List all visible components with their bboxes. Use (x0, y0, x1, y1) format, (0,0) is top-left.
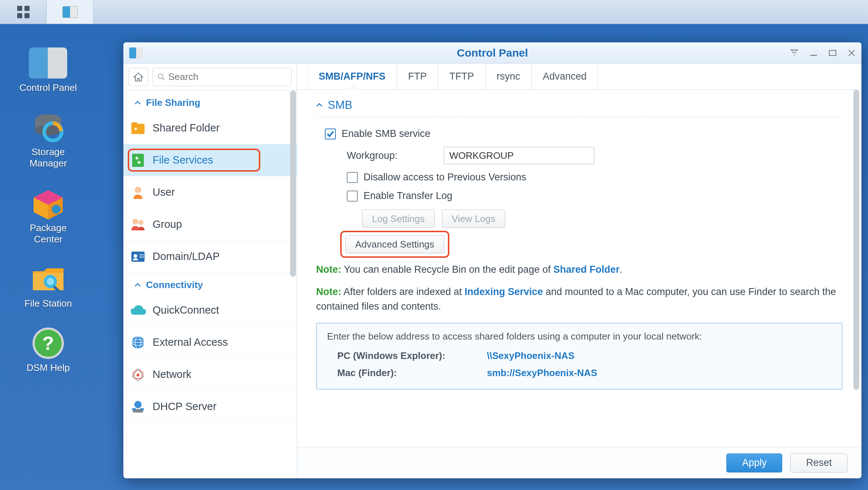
workgroup-row: Workgroup: (316, 143, 842, 168)
sidebar-file-services[interactable]: File Services (123, 144, 297, 176)
reset-button[interactable]: Reset (790, 453, 848, 472)
content-area: SMB/AFP/NFS FTP TFTP rsync Advanced SMB … (297, 64, 861, 478)
control-panel-window: Control Panel File Shari (123, 42, 861, 478)
svg-point-22 (138, 220, 143, 225)
note-label: Note: (316, 264, 341, 275)
tab-rsync[interactable]: rsync (485, 64, 532, 89)
section-title: SMB (328, 99, 352, 112)
smb-section-header[interactable]: SMB (316, 99, 842, 117)
sidebar-scrollbar[interactable] (290, 91, 296, 277)
svg-point-4 (52, 205, 61, 214)
tab-label: FTP (408, 71, 427, 82)
enable-smb-checkbox[interactable] (325, 129, 336, 139)
note-text: After folders are indexed at (341, 286, 465, 297)
svg-point-15 (158, 74, 163, 79)
tab-advanced[interactable]: Advanced (531, 64, 598, 89)
window-controls (790, 49, 856, 57)
globe-icon (130, 334, 146, 351)
address-row-mac: Mac (Finder): smb://SexyPhoenix-NAS (327, 364, 831, 382)
sidebar-item-label: Network (153, 368, 191, 380)
sidebar-domain-ldap[interactable]: Domain/LDAP (123, 241, 297, 273)
sidebar-quickconnect[interactable]: QuickConnect (123, 294, 297, 326)
svg-rect-18 (131, 122, 137, 125)
sidebar-group[interactable]: Group (123, 208, 297, 241)
note-recycle-bin: Note: You can enable Recycle Bin on the … (316, 259, 842, 281)
taskbar-control-panel[interactable] (47, 0, 93, 24)
maximize-button[interactable] (829, 49, 837, 57)
content-scrollbar[interactable] (853, 90, 859, 390)
network-icon (130, 367, 146, 383)
sidebar-network[interactable]: Network (123, 359, 297, 391)
svg-point-12 (794, 54, 795, 55)
sidebar-external-access[interactable]: External Access (123, 326, 297, 359)
dhcp-icon (130, 399, 146, 415)
control-panel-icon (62, 6, 78, 18)
apply-button[interactable]: Apply (726, 453, 783, 472)
desktop-package-center[interactable]: Package Center (29, 188, 68, 245)
window-titlebar[interactable]: Control Panel (123, 42, 861, 64)
desktop-icon-label: DSM Help (27, 362, 70, 374)
folder-share-icon (130, 120, 146, 136)
tabs: SMB/AFP/NFS FTP TFTP rsync Advanced (297, 64, 861, 90)
svg-rect-34 (132, 408, 136, 410)
sidebar-user[interactable]: User (123, 176, 297, 208)
sidebar-item-label: DHCP Server (153, 401, 216, 413)
desktop-icon-label: Package Center (30, 222, 66, 245)
enable-transfer-log-checkbox[interactable] (347, 191, 358, 202)
chevron-up-icon (134, 101, 141, 105)
sidebar: File Sharing Shared Folder File Services… (123, 64, 297, 478)
disallow-label: Disallow access to Previous Versions (364, 172, 526, 183)
group-icon (130, 217, 146, 233)
tab-ftp[interactable]: FTP (397, 64, 438, 89)
tab-tftp[interactable]: TFTP (438, 64, 485, 89)
note-tail: . (619, 264, 622, 275)
enable-smb-label: Enable SMB service (342, 128, 430, 139)
sidebar-item-label: Shared Folder (153, 122, 220, 134)
note-indexing: Note: After folders are indexed at Index… (316, 281, 842, 318)
log-settings-button[interactable]: Log Settings (362, 210, 435, 228)
sidebar-item-label: External Access (153, 336, 228, 348)
tab-smb-afp-nfs[interactable]: SMB/AFP/NFS (307, 64, 397, 89)
sidebar-section-connectivity[interactable]: Connectivity (123, 273, 297, 294)
desktop-control-panel[interactable]: Control Panel (19, 47, 77, 93)
svg-rect-13 (810, 55, 817, 56)
search-input[interactable] (168, 71, 287, 83)
workgroup-input[interactable] (444, 147, 594, 164)
svg-rect-25 (139, 254, 144, 255)
tab-label: SMB/AFP/NFS (319, 71, 385, 82)
desktop-storage-manager[interactable]: Storage Manager (29, 112, 68, 169)
address-pc-label: PC (Windows Explorer): (337, 350, 487, 361)
transfer-log-label: Enable Transfer Log (364, 190, 452, 202)
tab-label: Advanced (543, 71, 587, 82)
file-station-icon (29, 263, 67, 294)
help-button[interactable] (790, 49, 799, 57)
svg-point-24 (134, 254, 137, 258)
sidebar-shared-folder[interactable]: Shared Folder (123, 112, 297, 144)
disallow-previous-versions-checkbox[interactable] (347, 172, 358, 183)
sidebar-dhcp-server[interactable]: DHCP Server (123, 391, 297, 423)
tab-label: TFTP (449, 71, 474, 82)
desktop-icons: Control Panel Storage Manager Package Ce… (12, 47, 85, 374)
storage-manager-icon (29, 112, 68, 143)
tab-label: rsync (497, 71, 521, 82)
advanced-settings-button[interactable]: Advanced Settings (345, 235, 444, 253)
close-button[interactable] (848, 49, 856, 57)
shared-folder-link[interactable]: Shared Folder (553, 264, 620, 275)
taskbar-launcher[interactable] (0, 0, 47, 24)
sidebar-section-file-sharing[interactable]: File Sharing (123, 91, 297, 112)
home-button[interactable] (128, 68, 148, 86)
sidebar-item-label: Domain/LDAP (153, 250, 220, 263)
minimize-button[interactable] (810, 49, 818, 57)
transfer-log-row: Enable Transfer Log (316, 187, 842, 205)
note-text: You can enable Recycle Bin on the edit p… (341, 264, 553, 275)
enable-smb-row: Enable SMB service (316, 125, 842, 143)
view-logs-button[interactable]: View Logs (442, 210, 506, 228)
svg-point-20 (135, 187, 141, 193)
sidebar-item-label: File Services (153, 154, 213, 166)
desktop-dsm-help[interactable]: ? DSM Help (27, 328, 70, 374)
svg-line-16 (162, 78, 164, 80)
indexing-service-link[interactable]: Indexing Service (465, 286, 543, 297)
search-field[interactable] (153, 68, 292, 86)
sidebar-section-label: Connectivity (146, 279, 203, 291)
desktop-file-station[interactable]: File Station (24, 263, 72, 309)
